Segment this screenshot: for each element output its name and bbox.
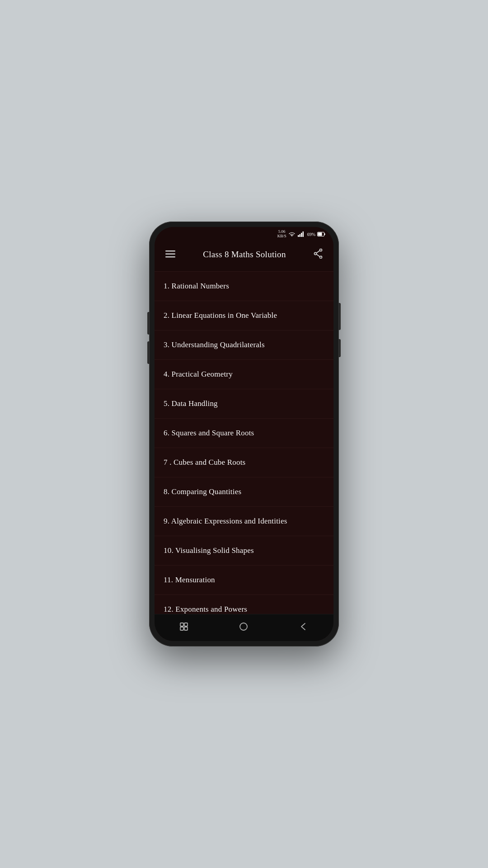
- status-time: 5.06 KB/S: [277, 230, 286, 239]
- chapter-item-11[interactable]: 11. Mensuration: [155, 566, 333, 595]
- status-icons: 5.06 KB/S 69%: [277, 230, 325, 239]
- svg-rect-8: [165, 253, 175, 255]
- wifi-icon: [288, 231, 296, 237]
- svg-rect-1: [299, 234, 300, 237]
- back-button[interactable]: [290, 618, 318, 637]
- share-icon[interactable]: [310, 245, 326, 264]
- volume-down-button: [147, 341, 149, 364]
- app-title: Class 8 Maths Solution: [179, 250, 310, 259]
- svg-line-14: [316, 254, 320, 257]
- recents-icon: [179, 622, 188, 631]
- recents-button[interactable]: [170, 618, 197, 638]
- home-icon: [239, 622, 249, 632]
- chapter-item-7[interactable]: 7 . Cubes and Cube Roots: [155, 448, 333, 477]
- chapter-item-12[interactable]: 12. Exponents and Powers: [155, 595, 333, 614]
- chapter-item-5[interactable]: 5. Data Handling: [155, 389, 333, 419]
- phone-frame: 5.06 KB/S 69%: [149, 222, 339, 646]
- chapter-item-8[interactable]: 8. Comparing Quantities: [155, 477, 333, 507]
- volume-up-button: [147, 312, 149, 335]
- svg-rect-2: [301, 233, 302, 237]
- svg-rect-17: [180, 627, 183, 630]
- hamburger-svg: [165, 250, 175, 258]
- svg-point-10: [320, 249, 322, 251]
- svg-rect-6: [318, 233, 322, 236]
- home-button[interactable]: [230, 617, 258, 638]
- back-icon: [299, 623, 309, 631]
- svg-point-11: [314, 252, 317, 255]
- svg-point-19: [240, 623, 247, 630]
- menu-icon[interactable]: [162, 246, 179, 264]
- chapter-item-2[interactable]: 2. Linear Equations in One Variable: [155, 301, 333, 330]
- battery-text: 69%: [307, 232, 315, 237]
- battery-icon: [317, 232, 325, 236]
- svg-rect-9: [165, 256, 175, 258]
- app-bar: Class 8 Maths Solution: [155, 241, 333, 268]
- svg-rect-16: [184, 623, 188, 626]
- phone-screen: 5.06 KB/S 69%: [155, 227, 333, 641]
- chapter-item-3[interactable]: 3. Understanding Quadrilaterals: [155, 330, 333, 360]
- chapter-item-6[interactable]: 6. Squares and Square Roots: [155, 419, 333, 448]
- svg-rect-7: [165, 250, 175, 252]
- signal-icon: [297, 231, 305, 237]
- svg-line-13: [316, 250, 320, 253]
- svg-rect-18: [184, 627, 188, 630]
- svg-point-12: [320, 256, 322, 258]
- svg-rect-0: [298, 235, 299, 237]
- chapter-list: 1. Rational Numbers2. Linear Equations i…: [155, 268, 333, 614]
- share-svg: [314, 249, 323, 259]
- status-bar: 5.06 KB/S 69%: [155, 227, 333, 241]
- svg-rect-5: [324, 233, 325, 235]
- chapter-item-1[interactable]: 1. Rational Numbers: [155, 271, 333, 301]
- chapter-item-9[interactable]: 9. Algebraic Expressions and Identities: [155, 507, 333, 536]
- chapter-item-10[interactable]: 10. Visualising Solid Shapes: [155, 536, 333, 566]
- bottom-nav: [155, 614, 333, 641]
- svg-rect-3: [302, 231, 304, 237]
- svg-rect-15: [180, 623, 183, 626]
- chapter-item-4[interactable]: 4. Practical Geometry: [155, 360, 333, 389]
